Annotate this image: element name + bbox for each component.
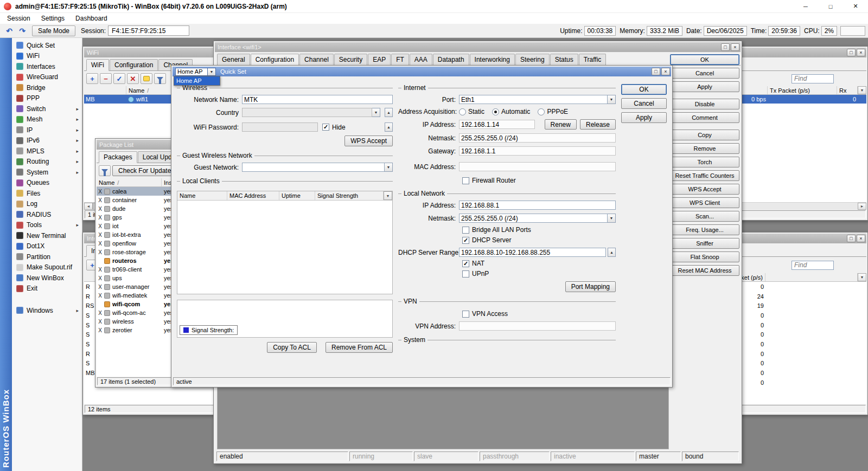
column-select-icon[interactable]: ▼ [858,273,866,281]
tx-packet-column-header[interactable]: Tx Packet (p/s) [768,86,837,94]
clients-name-column[interactable]: Name [177,191,227,200]
dhcp-range-input[interactable]: 192.168.88.10-192.168.88.255 [459,248,606,257]
wifi-password-input[interactable] [242,122,318,132]
hide-checkbox[interactable] [322,124,329,131]
sidebar-item[interactable]: WiFi ▸ [12,51,82,62]
interface-action-button[interactable]: Torch [670,157,739,167]
clients-uptime-column[interactable]: Uptime [279,191,315,200]
scroll-left-icon[interactable]: ◄ [84,203,93,210]
menu-item[interactable]: Settings [36,14,70,24]
redo-icon[interactable]: ↷ [16,25,29,36]
name-column-header[interactable]: Name / [97,178,162,186]
sidebar-item[interactable]: New WinBox ▸ [12,273,82,283]
comment-icon[interactable] [141,73,152,84]
interface-tab[interactable]: Security [334,54,367,66]
interface-action-button[interactable]: OK [670,54,739,65]
interface-action-button[interactable]: Reset MAC Address [670,265,739,276]
restore-icon[interactable]: □ [847,235,856,242]
interface-action-button[interactable]: WPS Client [670,197,739,208]
disable-icon[interactable]: ✕ [127,73,139,84]
release-button[interactable]: Release [580,119,616,130]
nat-checkbox[interactable] [462,260,469,267]
port-select[interactable]: Eth1 [459,95,608,104]
address-acquisition-radio[interactable]: PPPoE [538,108,568,115]
session-value[interactable]: F4:1E:57:F9:25:15 [108,25,189,36]
spare-column-header[interactable] [765,273,858,281]
remove-from-acl-button[interactable]: Remove From ACL [326,342,393,353]
interface-tab[interactable]: Status [550,54,578,66]
quickset-action-button[interactable]: Apply [621,112,667,123]
quickset-action-button[interactable]: Cancel [621,98,667,109]
clients-signal-column[interactable]: Signal Strength [315,191,384,200]
find-input[interactable]: Find [792,261,834,270]
filter-icon[interactable] [99,165,111,176]
lan-ip-input[interactable]: 192.168.88.1 [459,201,616,210]
interface-window-titlebar[interactable]: Interface <wifi1> □ × [215,42,741,52]
menu-item[interactable]: Session [2,14,36,24]
collapse-up-icon[interactable]: ▲ [608,248,616,257]
scroll-right-icon[interactable]: ► [858,203,866,210]
dropdown-arrow-icon[interactable]: ▼ [208,68,216,76]
quickset-mode-select[interactable]: Home AP ▼ [175,68,216,76]
sidebar-item[interactable]: Make Supout.rif ▸ [12,262,82,273]
maximize-button[interactable]: □ [818,0,843,12]
safe-mode-button[interactable]: Safe Mode [32,25,75,36]
sidebar-item[interactable]: MPLS ▸ [12,146,82,157]
sidebar-item[interactable]: Switch ▸ [12,104,82,114]
interface-tab[interactable]: Traffic [579,54,607,66]
wps-accept-button[interactable]: WPS Accept [344,136,393,146]
sidebar-item[interactable]: PPP ▸ [12,93,82,104]
restore-icon[interactable]: □ [847,49,856,56]
bridge-all-lan-checkbox[interactable] [462,227,469,234]
sidebar-item[interactable]: RADIUS ▸ [12,209,82,220]
sidebar-item[interactable]: Queues ▸ [12,178,82,189]
restore-icon[interactable]: □ [652,68,660,75]
copy-to-acl-button[interactable]: Copy To ACL [267,342,317,353]
interface-action-button[interactable]: Comment [670,112,739,123]
rx-column-header[interactable]: Rx [837,86,858,94]
interface-action-button[interactable]: Scan... [670,211,739,222]
dropdown-arrow-icon[interactable]: ▼ [608,95,616,104]
sidebar-item[interactable]: WireGuard ▸ [12,72,82,83]
package-tab[interactable]: Packages [99,151,137,163]
dropdown-arrow-icon[interactable]: ▼ [372,108,380,117]
interface-tab[interactable]: Configuration [251,54,299,66]
interface-action-button[interactable]: Flat Snoop [670,251,739,262]
upnp-checkbox[interactable] [462,270,469,278]
close-button[interactable]: ✕ [843,0,868,12]
minimize-button[interactable]: ─ [793,0,818,12]
sidebar-item[interactable]: Bridge ▸ [12,82,82,93]
close-icon[interactable]: × [661,68,670,75]
address-acquisition-radio[interactable]: Static [459,108,484,115]
interface-tab[interactable]: Interworking [470,54,515,66]
firewall-router-checkbox[interactable] [462,177,469,184]
clients-mac-column[interactable]: MAC Address [227,191,279,200]
restore-icon[interactable]: □ [721,43,730,51]
port-mapping-button[interactable]: Port Mapping [565,281,616,292]
sidebar-item[interactable]: Exit ▸ [12,283,82,294]
interface-action-button[interactable]: WPS Accept [670,184,739,195]
app-titlebar[interactable]: admin@F4:1E:57:F9:25:15 (MikroTik) - Win… [0,0,868,13]
interface-action-button[interactable]: Reset Traffic Counters [670,170,739,181]
sidebar-item[interactable]: New Terminal ▸ [12,230,82,241]
interface-action-button[interactable]: Cancel [670,68,739,79]
vpn-access-checkbox[interactable] [462,311,469,318]
undo-icon[interactable]: ↶ [3,25,16,36]
interface-action-button[interactable]: Sniffer [670,238,739,249]
address-acquisition-radio[interactable]: Automatic [492,108,530,115]
interface-tab[interactable]: AAA [410,54,432,66]
collapse-up-icon[interactable]: ▲ [385,108,393,117]
close-icon[interactable]: × [857,235,865,242]
sidebar-item[interactable]: Dot1X ▸ [12,241,82,252]
lan-netmask-select[interactable]: 255.255.255.0 (/24) [459,214,608,223]
close-icon[interactable]: × [731,43,739,51]
column-select-icon[interactable]: ▼ [384,191,392,200]
interface-tab[interactable]: Channel [299,54,334,66]
interface-tab[interactable]: EAP [368,54,391,66]
sidebar-item[interactable]: Mesh ▸ [12,114,82,125]
interface-action-button[interactable]: Disable [670,99,739,109]
sidebar-item[interactable]: Routing ▸ [12,157,82,167]
sidebar-item[interactable]: Interfaces ▸ [12,61,82,72]
quickset-titlebar[interactable]: Home AP ▼ Quick Set □ × [173,67,671,76]
renew-button[interactable]: Renew [545,119,577,130]
